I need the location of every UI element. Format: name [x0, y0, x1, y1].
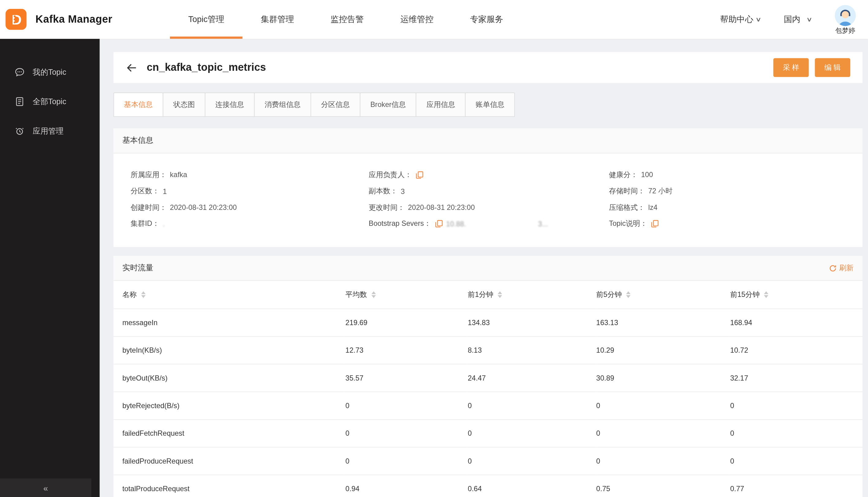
- nav-cluster-management[interactable]: 集群管理: [243, 0, 313, 39]
- table-row: failedProduceRequest 0 0 0 0: [114, 447, 863, 474]
- sort-icon[interactable]: [764, 291, 768, 298]
- refresh-icon: [829, 265, 836, 271]
- metric-avg: 0: [346, 447, 468, 474]
- chat-icon: [14, 67, 25, 77]
- metric-name: messageIn: [114, 309, 346, 336]
- region-selector[interactable]: 国内∨: [784, 14, 811, 25]
- nav-expert-service[interactable]: 专家服务: [452, 0, 522, 39]
- metric-5min: 0.75: [596, 474, 730, 497]
- field-value: 3: [401, 187, 405, 195]
- tab-partition-info[interactable]: 分区信息: [310, 93, 361, 117]
- metric-15min: 0: [730, 447, 863, 474]
- field-label: 应用负责人：: [369, 170, 412, 180]
- metric-15min: 0: [730, 392, 863, 419]
- user-name: 包梦婷: [835, 27, 855, 34]
- sort-icon[interactable]: [141, 291, 145, 298]
- sort-icon[interactable]: [626, 291, 631, 298]
- field-retention-time: 存储时间： 72 小时: [609, 183, 852, 199]
- nav-topic-management[interactable]: Topic管理: [170, 0, 243, 39]
- field-value: .: [163, 220, 165, 228]
- metric-5min: 0: [596, 392, 730, 419]
- sidebar-item-label: 应用管理: [33, 126, 64, 136]
- metric-name: byteRejected(B/s): [114, 392, 346, 419]
- field-value: 1: [163, 187, 167, 195]
- metric-5min: 10.29: [596, 336, 730, 364]
- app-root: D Kafka Manager Topic管理 集群管理 监控告警 运维管控 专…: [0, 0, 868, 497]
- page-actions: 采 样 编 辑: [773, 58, 850, 77]
- tab-consumer-group-info[interactable]: 消费组信息: [254, 93, 311, 117]
- field-value-2: 3...: [538, 220, 548, 228]
- metric-name: totalProduceRequest: [114, 474, 346, 497]
- field-label: Bootstrap Severs：: [369, 219, 431, 229]
- field-modify-time: 更改时间： 2020-08-31 20:23:00: [369, 199, 609, 216]
- main-nav: Topic管理 集群管理 监控告警 运维管控 专家服务: [170, 0, 522, 39]
- metric-1min: 0: [468, 419, 596, 447]
- basic-info-section-header: 基本信息: [114, 128, 863, 153]
- refresh-button[interactable]: 刷新: [829, 263, 854, 273]
- tab-connection-info[interactable]: 连接信息: [205, 93, 255, 117]
- document-icon: [14, 96, 25, 106]
- nav-ops-control[interactable]: 运维管控: [382, 0, 452, 39]
- sidebar-collapse-button[interactable]: «: [0, 479, 91, 497]
- field-value: kafka: [170, 171, 187, 179]
- page-title: cn_kafka_topic_metrics: [147, 61, 266, 74]
- brand[interactable]: D Kafka Manager: [5, 9, 112, 30]
- section-title: 基本信息: [122, 136, 153, 146]
- field-bootstrap-servers: Bootstrap Severs： 10.88. 3...: [369, 216, 609, 232]
- metric-avg: 0: [346, 392, 468, 419]
- sort-icon[interactable]: [498, 291, 502, 298]
- tab-basic-info[interactable]: 基本信息: [114, 93, 163, 117]
- metric-1min: 0: [468, 392, 596, 419]
- metric-1min: 134.83: [468, 309, 596, 336]
- tab-status-chart[interactable]: 状态图: [163, 93, 205, 117]
- tab-broker-info[interactable]: Broker信息: [360, 93, 417, 117]
- nav-monitor-alert[interactable]: 监控告警: [313, 0, 382, 39]
- field-create-time: 创建时间： 2020-08-31 20:23:00: [131, 199, 369, 216]
- basic-info-grid: 所属应用： kafka 应用负责人： 健康分： 100 分区数：: [114, 154, 863, 247]
- metric-1min: 0.64: [468, 474, 596, 497]
- table-row: totalProduceRequest 0.94 0.64 0.75 0.77: [114, 474, 863, 497]
- metric-name: byteOut(KB/s): [114, 364, 346, 391]
- table-header-row: 名称 平均数 前1分钟 前5分钟 前15分钟: [114, 281, 863, 308]
- help-center-label: 帮助中心: [720, 14, 753, 25]
- field-value: 2020-08-31 20:23:00: [408, 203, 475, 212]
- chevron-down-icon: ∨: [755, 16, 762, 23]
- app-logo-icon: D: [5, 9, 27, 30]
- metric-15min: 0.77: [730, 474, 863, 497]
- collapse-icon: «: [43, 483, 48, 493]
- brand-title: Kafka Manager: [35, 13, 112, 26]
- tab-bill-info[interactable]: 账单信息: [465, 93, 515, 117]
- copy-icon[interactable]: [416, 171, 423, 179]
- user-menu[interactable]: 包梦婷: [835, 5, 856, 34]
- table-row: byteIn(KB/s) 12.73 8.13 10.29 10.72: [114, 336, 863, 364]
- sidebar-item-my-topic[interactable]: 我的Topic: [0, 58, 100, 87]
- metric-5min: 30.89: [596, 364, 730, 391]
- column-header-1min: 前1分钟: [468, 289, 493, 300]
- sort-icon[interactable]: [372, 291, 376, 298]
- field-label: 集群ID：: [131, 219, 160, 229]
- sidebar-item-all-topic[interactable]: 全部Topic: [0, 87, 100, 116]
- metric-name: failedProduceRequest: [114, 447, 346, 474]
- metric-15min: 0: [730, 419, 863, 447]
- copy-icon[interactable]: [651, 220, 659, 228]
- field-value: 2020-08-31 20:23:00: [170, 203, 237, 212]
- metric-15min: 168.94: [730, 309, 863, 336]
- app-management-icon: [14, 126, 25, 136]
- field-label: Topic说明：: [609, 219, 647, 229]
- back-button[interactable]: [126, 62, 137, 73]
- field-label: 创建时间：: [131, 202, 167, 213]
- sidebar-item-label: 我的Topic: [33, 67, 67, 77]
- svg-text:D: D: [12, 12, 22, 28]
- metric-avg: 0.94: [346, 474, 468, 497]
- column-header-5min: 前5分钟: [596, 289, 622, 300]
- column-header-avg: 平均数: [346, 289, 367, 300]
- edit-button[interactable]: 编 辑: [815, 58, 850, 77]
- tab-app-info[interactable]: 应用信息: [416, 93, 466, 117]
- sidebar-item-app-management[interactable]: 应用管理: [0, 116, 100, 146]
- metric-1min: 0: [468, 447, 596, 474]
- copy-icon[interactable]: [435, 220, 443, 228]
- field-compression: 压缩格式： lz4: [609, 199, 852, 216]
- help-center-menu[interactable]: 帮助中心∨: [720, 14, 761, 25]
- avatar: [835, 5, 856, 26]
- sample-button[interactable]: 采 样: [773, 58, 809, 77]
